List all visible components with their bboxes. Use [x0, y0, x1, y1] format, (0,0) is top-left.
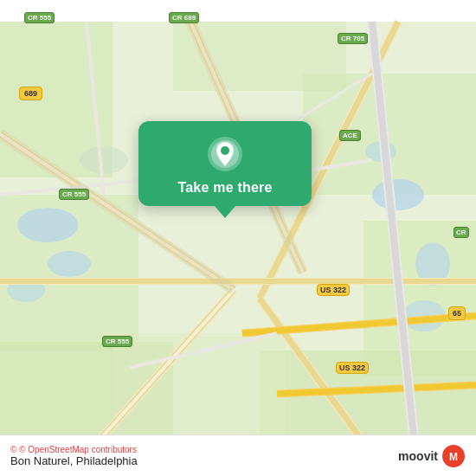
svg-point-15: [80, 146, 128, 174]
road-label-689: 689: [19, 87, 42, 100]
popup-card: Take me there: [138, 121, 312, 206]
road-label-cr555-bot: CR 555: [102, 336, 132, 347]
road-label-cr689: CR 689: [169, 12, 199, 23]
svg-point-11: [372, 179, 424, 210]
copyright-symbol: ©: [10, 445, 16, 454]
take-me-there-button[interactable]: Take me there: [177, 180, 272, 196]
road-label-cr705: CR 705: [338, 33, 368, 44]
svg-point-9: [17, 208, 78, 242]
svg-text:M: M: [449, 451, 458, 463]
road-label-cr-right: CR: [453, 227, 469, 238]
moovit-icon: M: [441, 444, 466, 468]
bottom-bar: © © OpenStreetMap contributors Bon Natur…: [0, 434, 476, 476]
road-label-ace: ACE: [339, 130, 361, 141]
moovit-brand-text: moovit: [398, 449, 438, 463]
svg-point-10: [48, 251, 91, 277]
location-pin-icon: [206, 135, 244, 173]
road-label-cr555-top: CR 555: [24, 12, 55, 23]
road-label-cr555-mid: CR 555: [59, 189, 89, 200]
map-background: [0, 0, 476, 476]
road-label-us322-1: US 322: [317, 284, 350, 296]
map-attribution: © © OpenStreetMap contributors: [10, 445, 138, 454]
svg-point-47: [221, 146, 229, 155]
road-label-65: 65: [448, 306, 466, 320]
location-info: Bon Naturel, Philadelphia: [10, 454, 138, 467]
moovit-logo: moovit M: [398, 444, 466, 468]
road-label-us322-2: US 322: [336, 362, 369, 374]
map-container: CR 555 CR 689 CR 705 689 ACE CR 555 CR U…: [0, 0, 476, 476]
